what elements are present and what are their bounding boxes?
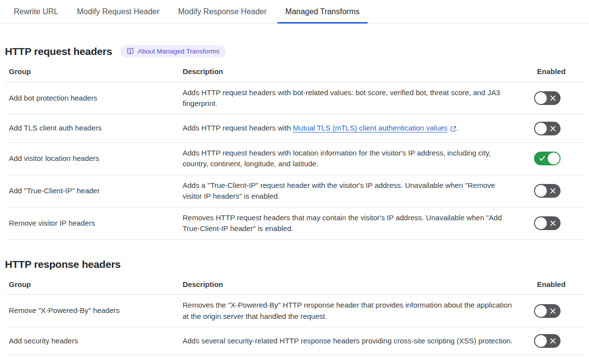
description-cell: Adds HTTP request headers with bot-relat…: [180, 82, 534, 114]
enabled-toggle[interactable]: [534, 91, 561, 105]
table-row: Add security headers Adds several securi…: [6, 327, 584, 355]
response-section-title: HTTP response headers: [5, 259, 121, 270]
external-link-icon: [450, 123, 456, 134]
description-cell: Removes the "X-Powered-By" HTTP response…: [180, 295, 534, 327]
enabled-cell: [534, 184, 584, 198]
x-icon: [550, 338, 556, 344]
enabled-cell: [534, 216, 584, 230]
open-book-icon: [127, 48, 134, 55]
table-row: Add visitor location headers Adds HTTP r…: [6, 143, 584, 175]
group-cell: Add security headers: [6, 331, 180, 352]
enabled-cell: [534, 122, 584, 135]
column-header-enabled: Enabled: [534, 66, 584, 82]
toggle-knob: [535, 123, 547, 134]
table-row: Remove "X-Powered-By" headers Removes th…: [6, 295, 584, 327]
enabled-toggle[interactable]: [534, 334, 561, 348]
description-cell: Adds HTTP request headers with Mutual TL…: [180, 118, 534, 139]
enabled-cell: [534, 91, 584, 105]
enabled-cell: [534, 304, 584, 318]
toggle-knob: [535, 217, 547, 229]
x-icon: [550, 95, 556, 102]
enabled-toggle[interactable]: [534, 152, 561, 165]
table-row: Add TLS client auth headers Adds HTTP re…: [6, 115, 584, 143]
enabled-toggle[interactable]: [534, 304, 561, 318]
request-section-title: HTTP request headers: [5, 46, 112, 57]
request-table-header: Group Description Enabled: [6, 66, 584, 82]
column-header-group: Group: [6, 66, 180, 82]
x-icon: [550, 188, 556, 194]
request-headers-table: Group Description Enabled Add bot protec…: [6, 66, 584, 240]
group-cell: Remove visitor IP headers: [6, 213, 180, 234]
column-header-group: Group: [6, 279, 180, 295]
column-header-description: Description: [180, 279, 534, 295]
x-icon: [550, 220, 556, 227]
group-cell: Add visitor location headers: [6, 148, 180, 169]
tab-label: Modify Response Header: [178, 7, 267, 16]
about-badge-label: About Managed Transforms: [138, 48, 220, 55]
response-headers-section-head: HTTP response headers: [5, 259, 584, 270]
about-managed-transforms-badge[interactable]: About Managed Transforms: [120, 45, 226, 57]
check-icon: [538, 155, 546, 162]
enabled-toggle[interactable]: [534, 122, 561, 135]
group-cell: Add "True-Client-IP" header: [6, 181, 180, 202]
tab-managed-transforms[interactable]: Managed Transforms: [277, 0, 367, 23]
tab-modify-request-header[interactable]: Modify Request Header: [69, 0, 167, 23]
description-cell: Adds a "True-Client-IP" request header w…: [180, 175, 534, 207]
table-row: Remove visitor IP headers Removes HTTP r…: [6, 208, 584, 240]
tab-label: Rewrite URL: [14, 7, 58, 16]
tab-label: Modify Request Header: [77, 7, 160, 16]
description-cell: Removes HTTP request headers that may co…: [180, 208, 534, 239]
request-table-body: Add bot protection headers Adds HTTP req…: [6, 82, 584, 240]
group-cell: Remove "X-Powered-By" headers: [6, 300, 180, 321]
tab-bar: Rewrite URL Modify Request Header Modify…: [0, 0, 589, 24]
column-header-description: Description: [180, 66, 534, 82]
response-table-header: Group Description Enabled: [6, 279, 584, 295]
x-icon: [550, 308, 556, 314]
enabled-toggle[interactable]: [534, 184, 561, 198]
enabled-toggle[interactable]: [534, 216, 561, 230]
tab-label: Managed Transforms: [285, 7, 359, 16]
toggle-knob: [535, 185, 547, 197]
x-icon: [550, 125, 556, 131]
toggle-knob: [535, 335, 547, 347]
table-row: Add "True-Client-IP" header Adds a "True…: [6, 175, 584, 208]
tab-modify-response-header[interactable]: Modify Response Header: [170, 0, 275, 23]
response-table-body: Remove "X-Powered-By" headers Removes th…: [6, 295, 584, 355]
toggle-knob: [535, 305, 547, 317]
group-cell: Add bot protection headers: [6, 88, 180, 109]
description-cell: Adds HTTP request headers with location …: [180, 143, 534, 175]
toggle-knob: [548, 153, 560, 164]
response-headers-table: Group Description Enabled Remove "X-Powe…: [6, 279, 584, 356]
description-link[interactable]: Mutual TLS (mTLS) client authentication …: [293, 124, 456, 132]
tab-rewrite-url[interactable]: Rewrite URL: [6, 0, 66, 23]
enabled-cell: [534, 334, 584, 348]
enabled-cell: [534, 152, 584, 165]
column-header-enabled: Enabled: [534, 279, 584, 295]
description-cell: Adds several security-related HTTP respo…: [180, 331, 534, 352]
toggle-knob: [535, 92, 547, 104]
request-headers-section-head: HTTP request headers About Managed Trans…: [5, 45, 584, 57]
table-row: Add bot protection headers Adds HTTP req…: [6, 82, 584, 115]
group-cell: Add TLS client auth headers: [6, 118, 180, 139]
